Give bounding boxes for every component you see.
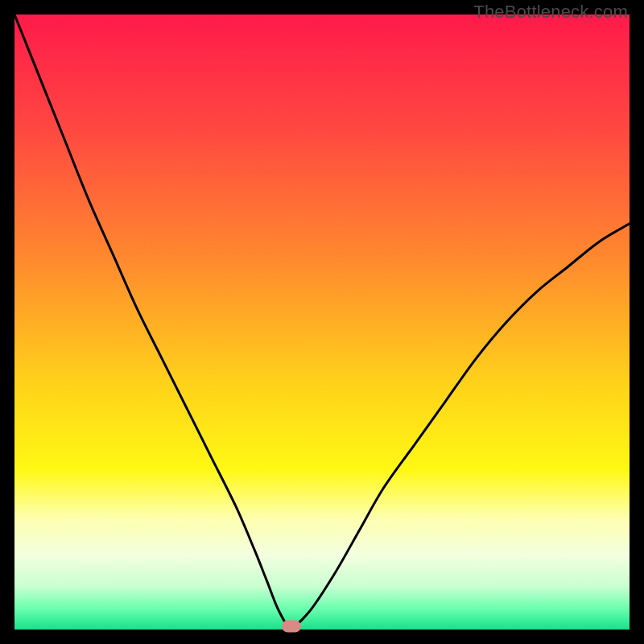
background-gradient bbox=[14, 14, 630, 630]
watermark-text: TheBottleneck.com bbox=[473, 2, 628, 23]
svg-rect-0 bbox=[14, 14, 630, 630]
chart-frame: TheBottleneck.com bbox=[0, 0, 644, 644]
optimum-marker bbox=[282, 621, 301, 633]
plot-area bbox=[14, 14, 630, 630]
